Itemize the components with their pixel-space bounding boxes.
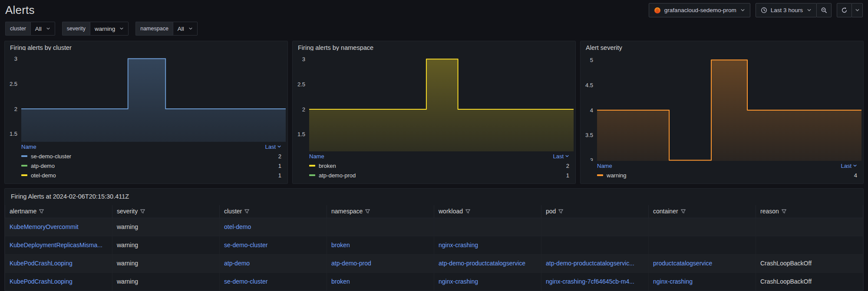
- table-cell: [649, 218, 756, 236]
- timeseries-plot[interactable]: 33.544.5512:3012:4513:0013:1513:3013:451…: [581, 52, 863, 161]
- column-header-reason[interactable]: reason: [756, 205, 863, 218]
- table-cell-link[interactable]: otel-demo: [220, 218, 327, 236]
- table-row: KubeDeploymentReplicasMisma...warningse-…: [5, 236, 863, 254]
- firing-alerts-table: alertnameseverityclusternamespaceworkloa…: [5, 205, 863, 291]
- filter-namespace-dropdown[interactable]: All: [173, 22, 198, 36]
- svg-text:2.5: 2.5: [297, 81, 305, 88]
- chevron-down-icon: [740, 8, 745, 13]
- filter-icon[interactable]: [781, 209, 787, 214]
- legend: NameLast warning4: [581, 161, 863, 183]
- timeseries-plot[interactable]: 11.522.5312:3012:4513:0013:1513:3013:451…: [293, 51, 575, 151]
- filter-icon[interactable]: [140, 209, 145, 214]
- panel-title[interactable]: Firing alerts by namespace: [293, 41, 575, 51]
- svg-text:4.5: 4.5: [585, 82, 593, 88]
- series-last-value: 1: [566, 172, 569, 179]
- table-row: KubePodCrashLoopingwarningse-demo-cluste…: [5, 272, 863, 291]
- table-row: KubePodCrashLoopingwarningatp-demoatp-de…: [5, 254, 863, 272]
- chart-firing-alerts-by-cluster[interactable]: 11.522.5312:3012:4513:0013:1513:3013:451…: [5, 50, 287, 142]
- legend-item[interactable]: atp-demo-prod1: [309, 170, 569, 180]
- table-cell-link[interactable]: nginx-crashing: [649, 272, 756, 291]
- datasource-picker[interactable]: grafanacloud-sedemo-prom: [649, 3, 750, 17]
- legend-last-header[interactable]: Last: [553, 153, 569, 160]
- table-cell-link[interactable]: se-demo-cluster: [220, 272, 327, 291]
- panel-firing-alerts-by-cluster: Firing alerts by cluster 11.522.5312:301…: [4, 41, 288, 184]
- legend-item[interactable]: broken2: [309, 161, 569, 170]
- refresh-icon: [841, 7, 848, 13]
- filter-icon[interactable]: [465, 209, 471, 214]
- table-cell: [756, 218, 863, 236]
- zoom-out-time-button[interactable]: [816, 3, 832, 17]
- filter-label: namespace: [135, 22, 173, 36]
- table-row: KubeMemoryOvercommitwarningotel-demo: [5, 218, 863, 236]
- column-header-namespace[interactable]: namespace: [327, 205, 434, 218]
- filter-icon[interactable]: [39, 209, 44, 214]
- legend-last-header[interactable]: Last: [841, 163, 857, 169]
- clock-icon: [761, 7, 767, 13]
- filter-icon[interactable]: [365, 209, 370, 214]
- table-cell-link[interactable]: KubeDeploymentReplicasMisma...: [5, 236, 112, 254]
- refresh-button[interactable]: [837, 3, 852, 17]
- column-header-alertname[interactable]: alertname: [5, 205, 112, 218]
- table-cell-link[interactable]: KubeMemoryOvercommit: [5, 218, 112, 236]
- panel-title[interactable]: Alert severity: [581, 41, 863, 52]
- table-body: KubeMemoryOvercommitwarningotel-demoKube…: [5, 218, 863, 291]
- chart-firing-alerts-by-namespace[interactable]: 11.522.5312:3012:4513:0013:1513:3013:451…: [293, 51, 575, 151]
- column-header-container[interactable]: container: [649, 205, 756, 218]
- table-cell-link[interactable]: KubePodCrashLooping: [5, 272, 112, 291]
- chart-alert-severity[interactable]: 33.544.5512:3012:4513:0013:1513:3013:451…: [581, 52, 863, 161]
- table-cell-link[interactable]: productcatalogservice: [649, 254, 756, 272]
- table-cell: warning: [112, 272, 220, 291]
- table-cell-link[interactable]: broken: [327, 236, 434, 254]
- svg-text:2: 2: [302, 106, 305, 113]
- column-header-pod[interactable]: pod: [541, 205, 649, 218]
- column-label: container: [653, 208, 678, 215]
- series-last-value: 2: [566, 163, 569, 169]
- table-cell-link[interactable]: nginx-crashing: [434, 272, 541, 291]
- panel-title[interactable]: Firing alerts by cluster: [5, 41, 287, 50]
- panel-alert-severity: Alert severity 33.544.5512:3012:4513:001…: [580, 41, 864, 184]
- legend-item[interactable]: atp-demo1: [21, 161, 281, 170]
- table-cell-link[interactable]: se-demo-cluster: [220, 236, 327, 254]
- table-cell-link[interactable]: nginx-crashing-7cf64645cb-m4...: [541, 272, 649, 291]
- timeseries-plot[interactable]: 11.522.5312:3012:4513:0013:1513:3013:451…: [5, 50, 287, 142]
- legend-name-header[interactable]: Name: [309, 153, 324, 160]
- column-label: pod: [546, 208, 556, 215]
- legend-header: NameLast: [309, 151, 569, 161]
- table-header-row: alertnameseverityclusternamespaceworkloa…: [5, 205, 863, 218]
- refresh-interval-dropdown[interactable]: [851, 3, 863, 17]
- table-cell-link[interactable]: broken: [327, 272, 434, 291]
- filter-icon[interactable]: [558, 209, 564, 214]
- series-color-swatch: [597, 174, 603, 176]
- filter-severity-dropdown[interactable]: warning: [90, 22, 129, 36]
- time-range-label: Last 3 hours: [771, 7, 803, 13]
- table-panel-title[interactable]: Firing Alerts at 2024-02-06T20:15:30.411…: [5, 189, 863, 205]
- table-cell-link[interactable]: atp-demo-productcatalogservic...: [541, 254, 649, 272]
- column-header-workload[interactable]: workload: [434, 205, 541, 218]
- legend-header: NameLast: [21, 142, 281, 151]
- series-color-swatch: [21, 155, 27, 157]
- filter-icon[interactable]: [680, 209, 686, 214]
- legend-item[interactable]: se-demo-cluster2: [21, 151, 281, 161]
- series-last-value: 2: [278, 153, 281, 160]
- table-cell-link[interactable]: atp-demo: [220, 254, 327, 272]
- svg-text:3.5: 3.5: [585, 132, 593, 138]
- filter-label: severity: [62, 22, 90, 36]
- table-cell-link[interactable]: KubePodCrashLooping: [5, 254, 112, 272]
- filter-selected-value: All: [178, 26, 184, 32]
- table-cell-link[interactable]: nginx-crashing: [434, 236, 541, 254]
- legend-name-header[interactable]: Name: [21, 144, 36, 150]
- time-range-picker[interactable]: Last 3 hours: [756, 3, 817, 17]
- column-header-severity[interactable]: severity: [112, 205, 220, 218]
- table-cell-link[interactable]: atp-demo-prod: [327, 254, 434, 272]
- series-name: otel-demo: [31, 172, 56, 179]
- legend-item[interactable]: warning4: [597, 170, 857, 180]
- table-cell: [541, 236, 649, 254]
- column-header-cluster[interactable]: cluster: [220, 205, 327, 218]
- legend-item[interactable]: otel-demo1: [21, 170, 281, 180]
- filter-icon[interactable]: [244, 209, 250, 214]
- table-cell-link[interactable]: atp-demo-productcatalogservice: [434, 254, 541, 272]
- legend-last-header[interactable]: Last: [265, 144, 281, 150]
- legend-name-header[interactable]: Name: [597, 163, 612, 169]
- filter-cluster-dropdown[interactable]: All: [30, 22, 55, 36]
- svg-text:2: 2: [14, 106, 17, 112]
